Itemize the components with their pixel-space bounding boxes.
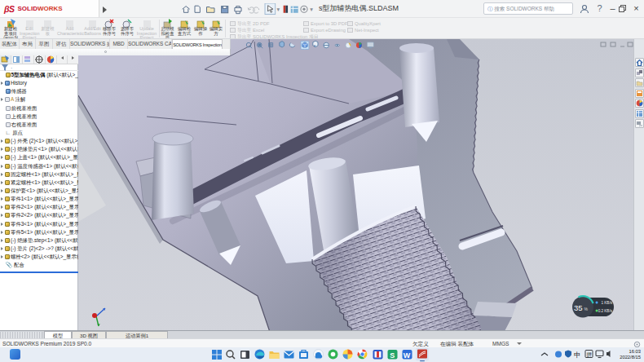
svg-text:拼: 拼 xyxy=(587,351,593,357)
svg-text:%: % xyxy=(584,307,589,311)
svg-text:中: 中 xyxy=(574,351,581,359)
svg-text:0.2 KB/s: 0.2 KB/s xyxy=(598,309,613,313)
svg-text:1 KB/s: 1 KB/s xyxy=(601,301,612,305)
svg-text:35: 35 xyxy=(574,303,583,312)
svg-text:W: W xyxy=(404,351,411,360)
svg-text:S: S xyxy=(390,351,395,360)
